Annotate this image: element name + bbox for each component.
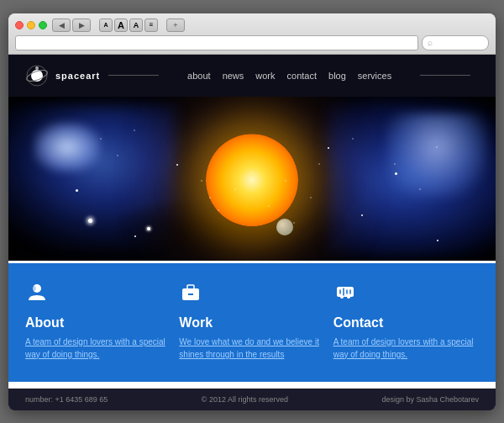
work-link[interactable]: We love what we do and we believe it shi…: [179, 336, 324, 361]
browser-window: ◀ ▶ A A A ≡ + ⌕: [8, 13, 496, 410]
white-section: [8, 382, 496, 389]
star-3: [134, 235, 136, 237]
website-frame: spaceart about news work contact blog se…: [8, 55, 496, 410]
site-header: spaceart about news work contact blog se…: [8, 55, 496, 97]
star-8: [395, 172, 397, 175]
sun: [206, 134, 298, 226]
site-footer: number: +1 6435 689 65 © 2012 All rights…: [8, 389, 496, 410]
hero-section: [8, 97, 496, 261]
site-nav: about news work contact blog services: [167, 71, 412, 81]
back-button[interactable]: ◀: [52, 19, 71, 32]
font-large-button[interactable]: A: [114, 19, 128, 32]
nav-blog[interactable]: blog: [328, 71, 346, 81]
about-title: About: [25, 315, 171, 330]
search-icon: ⌕: [428, 38, 433, 47]
svg-point-22: [31, 286, 36, 291]
minimize-button[interactable]: [27, 21, 35, 29]
footer-number: number: +1 6435 689 65: [25, 395, 108, 404]
work-title: Work: [179, 315, 324, 330]
svg-point-3: [35, 66, 39, 70]
font-reset-button[interactable]: A: [129, 19, 143, 32]
logo-area: spaceart: [25, 64, 100, 87]
svg-rect-25: [188, 293, 193, 295]
nav-work[interactable]: work: [255, 71, 275, 81]
traffic-lights: [15, 21, 47, 29]
work-icon: [179, 280, 324, 309]
close-button[interactable]: [15, 21, 24, 29]
info-card-about: About A team of design lovers with a spe…: [25, 280, 171, 361]
svg-rect-24: [187, 285, 194, 289]
footer-copyright: © 2012 All rights reserved: [202, 395, 288, 404]
star-4: [147, 227, 150, 230]
nebula-left-white: [34, 122, 101, 172]
planet-small: [276, 219, 293, 235]
forward-button[interactable]: ▶: [72, 19, 91, 32]
reader-button[interactable]: ≡: [144, 19, 158, 32]
header-line-left: [108, 75, 159, 76]
header-line-right: [420, 75, 470, 76]
nav-services[interactable]: services: [358, 71, 391, 81]
contact-link[interactable]: A team of design lovers with a special w…: [333, 336, 479, 361]
browser-nav-buttons: ◀ ▶: [52, 19, 91, 32]
maximize-button[interactable]: [39, 21, 47, 29]
logo-text: spaceart: [55, 71, 100, 81]
info-card-work: Work We love what we do and we believe i…: [179, 280, 324, 361]
contact-icon: [333, 280, 479, 309]
star-6: [328, 147, 329, 149]
contact-title: Contact: [333, 315, 479, 330]
footer-design: design by Sasha Chebotarev: [381, 395, 479, 404]
star-7: [361, 214, 363, 216]
browser-chrome: ◀ ▶ A A A ≡ + ⌕: [8, 13, 496, 55]
star-5: [176, 164, 178, 166]
info-card-contact: Contact A team of design lovers with a s…: [333, 280, 479, 361]
nebula-right-accent: [386, 114, 487, 198]
about-icon: [25, 280, 171, 309]
star-2: [88, 219, 92, 223]
logo-icon: [25, 64, 49, 87]
url-bar[interactable]: [15, 35, 418, 50]
nav-about[interactable]: about: [187, 71, 211, 81]
about-link[interactable]: A team of design lovers with a special w…: [25, 336, 171, 361]
info-section: About A team of design lovers with a spe…: [8, 263, 496, 382]
font-size-buttons: A A A ≡: [99, 19, 158, 32]
star-9: [437, 240, 438, 241]
new-tab-button[interactable]: +: [166, 19, 185, 32]
search-bar[interactable]: ⌕: [422, 35, 489, 50]
font-small-button[interactable]: A: [99, 19, 113, 32]
nav-news[interactable]: news: [223, 71, 244, 81]
star-1: [76, 189, 78, 192]
nav-contact[interactable]: contact: [287, 71, 317, 81]
